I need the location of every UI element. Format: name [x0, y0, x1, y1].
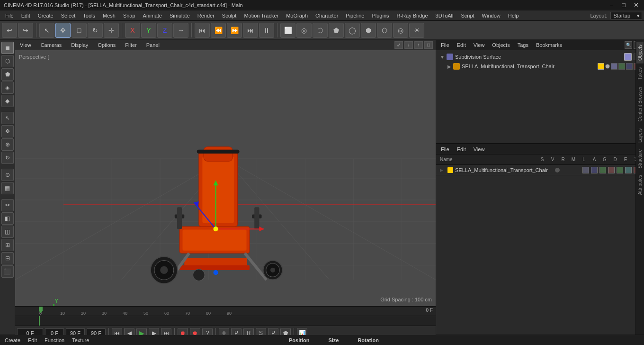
menu-plugins[interactable]: Plugins	[368, 12, 392, 19]
viewport-menu-cameras[interactable]: Cameras	[39, 42, 64, 48]
obj-menu-edit[interactable]: Edit	[455, 42, 468, 48]
move-tool-button[interactable]: ✥	[55, 23, 71, 38]
rotate-tool-side[interactable]: ↻	[1, 152, 14, 164]
play-end-button[interactable]: ⏭	[243, 23, 258, 38]
effector-button[interactable]: ⬡	[377, 23, 392, 38]
menu-simulate[interactable]: Simulate	[166, 12, 193, 19]
obj-search-icon[interactable]: 🔍	[625, 41, 632, 49]
attr-menu-file[interactable]: File	[439, 146, 451, 153]
edge-mode-button[interactable]: ◈	[1, 82, 14, 94]
viewport-canvas[interactable]: X Y Z Perspective [ Grid Spacing : 100 c…	[15, 50, 436, 306]
mat-menu-edit[interactable]: Edit	[26, 337, 39, 344]
extrude-button[interactable]: ◧	[1, 212, 14, 225]
mesh-mode-button[interactable]: ⬡	[1, 55, 14, 67]
tab-attributes[interactable]: Attributes	[636, 172, 644, 198]
attr-row-sella[interactable]: ▶ SELLA_Multifunctional_Transport_Chair	[436, 165, 644, 175]
viewport-menu-display[interactable]: Display	[69, 42, 90, 48]
tab-objects[interactable]: Objects	[636, 42, 644, 64]
transform-button[interactable]: ✛	[104, 23, 119, 38]
sphere-button[interactable]: ◎	[296, 23, 312, 38]
menu-render[interactable]: Render	[194, 12, 218, 19]
menu-animate[interactable]: Animate	[140, 12, 165, 19]
viewport-menu-panel[interactable]: Panel	[144, 42, 161, 48]
timeline-keyframe-bar[interactable]	[15, 316, 436, 326]
viewport-menu-view[interactable]: View	[18, 42, 33, 48]
bevel-button[interactable]: ◫	[1, 226, 14, 238]
paint-button[interactable]: ⊟	[1, 252, 14, 264]
x-axis-button[interactable]: X	[125, 23, 140, 38]
stop-button[interactable]: ⏸	[259, 23, 274, 38]
play-start-button[interactable]: ⏮	[195, 23, 210, 38]
menu-mograph[interactable]: MoGraph	[283, 12, 311, 19]
mat-menu-texture[interactable]: Texture	[70, 337, 91, 344]
play-forward-button[interactable]: ⏩	[227, 23, 242, 38]
point-mode-button[interactable]: ◆	[1, 95, 14, 107]
vp-ctrl-3[interactable]: ↑	[414, 41, 423, 49]
obj-menu-bookmarks[interactable]: Bookmarks	[534, 42, 564, 48]
menu-help[interactable]: Help	[505, 12, 522, 19]
obj-menu-view[interactable]: View	[472, 42, 487, 48]
viewport-menu-filter[interactable]: Filter	[123, 42, 138, 48]
scale-tool-side[interactable]: ⊕	[1, 138, 14, 151]
obj-menu-objects[interactable]: Objects	[490, 42, 511, 48]
attr-menu-view[interactable]: View	[472, 146, 487, 153]
tab-takes[interactable]: Takes	[636, 64, 644, 82]
menu-sculpt[interactable]: Sculpt	[219, 12, 240, 19]
undo-button[interactable]: ↩	[2, 23, 17, 38]
menu-edit[interactable]: Edit	[18, 12, 34, 19]
vp-ctrl-1[interactable]: ⤢	[394, 41, 403, 49]
maximize-button[interactable]: □	[619, 1, 628, 9]
nurbs-button[interactable]: ⬟	[329, 23, 344, 38]
tab-structure[interactable]: Structure	[636, 146, 644, 172]
snap-button[interactable]: ⊙	[1, 169, 14, 181]
select-tool-button[interactable]: ↖	[39, 23, 54, 38]
light-button[interactable]: ☀	[409, 23, 424, 38]
minimize-button[interactable]: −	[607, 1, 616, 9]
world-axis-button[interactable]: →	[173, 23, 188, 38]
move-tool-side[interactable]: ✥	[1, 125, 14, 137]
selection-tool-side[interactable]: ↖	[1, 112, 14, 124]
menu-rray[interactable]: R-Ray Bridge	[394, 12, 431, 19]
close-button[interactable]: ✕	[632, 1, 640, 9]
scale-tool-button[interactable]: □	[72, 23, 87, 38]
knife-button[interactable]: ✂	[1, 199, 14, 211]
cube-button[interactable]: ⬜	[280, 23, 295, 38]
camera-button[interactable]: ◎	[393, 23, 408, 38]
menu-file[interactable]: File	[2, 12, 17, 19]
vp-ctrl-2[interactable]: ↓	[404, 41, 413, 49]
obj-menu-file[interactable]: File	[439, 42, 451, 48]
menu-3dtoall[interactable]: 3DToAll	[432, 12, 457, 19]
viewport-menu-options[interactable]: Options	[96, 42, 117, 48]
menu-character[interactable]: Character	[312, 12, 341, 19]
menu-window[interactable]: Window	[479, 12, 504, 19]
redo-button[interactable]: ↪	[18, 23, 33, 38]
menu-create[interactable]: Create	[35, 12, 57, 19]
deformer-button[interactable]: ⬢	[361, 23, 376, 38]
cylinder-button[interactable]: ⬡	[313, 23, 328, 38]
menu-select[interactable]: Select	[58, 12, 79, 19]
mat-menu-function[interactable]: Function	[43, 337, 66, 344]
play-back-button[interactable]: ⏪	[211, 23, 226, 38]
mat-menu-create[interactable]: Create	[3, 337, 22, 344]
polygon-mode-button[interactable]: ⬟	[1, 68, 14, 81]
window-controls[interactable]: − □ ✕	[607, 1, 640, 9]
layer-button[interactable]: ⬛	[1, 265, 14, 278]
workplane-button[interactable]: ▦	[1, 182, 14, 194]
rotate-tool-button[interactable]: ↻	[88, 23, 103, 38]
y-axis-button[interactable]: Y	[141, 23, 156, 38]
menu-script[interactable]: Script	[457, 12, 477, 19]
spline-button[interactable]: ◯	[345, 23, 360, 38]
tab-layers[interactable]: Layers	[636, 126, 644, 145]
menu-snap[interactable]: Snap	[120, 12, 139, 19]
tab-content-browser[interactable]: Content Browser	[636, 83, 644, 124]
z-axis-button[interactable]: Z	[157, 23, 172, 38]
layout-dropdown[interactable]: Startup ▾	[610, 12, 642, 19]
model-mode-button[interactable]: ◼	[1, 42, 14, 54]
menu-mesh[interactable]: Mesh	[99, 12, 119, 19]
attr-menu-edit[interactable]: Edit	[455, 146, 468, 153]
loop-button[interactable]: ⊞	[1, 239, 14, 251]
obj-menu-tags[interactable]: Tags	[516, 42, 530, 48]
tree-item-subdivision[interactable]: ▼ Subdivision Surface	[438, 52, 642, 62]
menu-motion-tracker[interactable]: Motion Tracker	[241, 12, 282, 19]
menu-pipeline[interactable]: Pipeline	[342, 12, 367, 19]
